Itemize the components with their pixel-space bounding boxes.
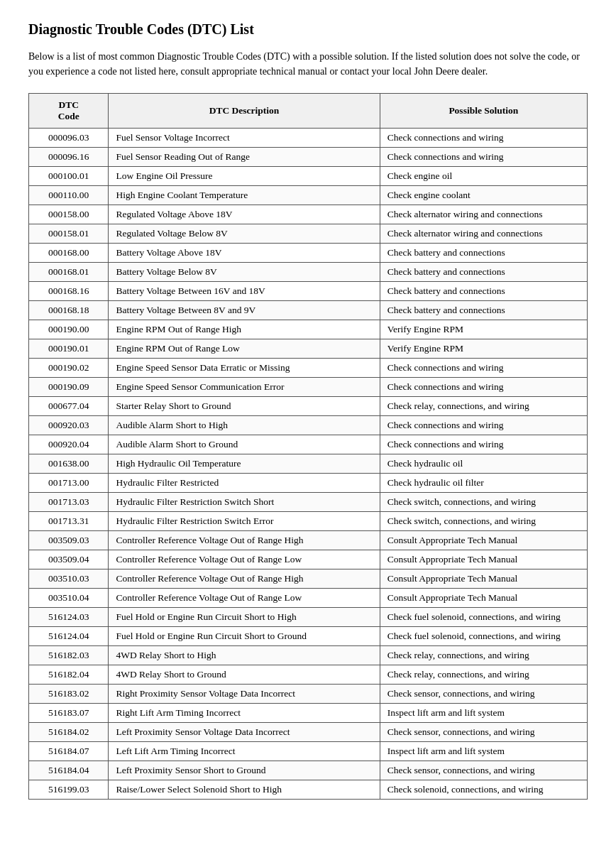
- cell-desc: Right Lift Arm Timing Incorrect: [109, 704, 380, 723]
- cell-code: 003510.03: [29, 569, 109, 589]
- cell-desc: Controller Reference Voltage Out of Rang…: [109, 569, 380, 589]
- cell-code: 000168.18: [29, 301, 109, 320]
- cell-sol: Check sensor, connections, and wiring: [380, 761, 587, 780]
- table-row: 003510.03Controller Reference Voltage Ou…: [29, 569, 588, 589]
- cell-code: 516184.02: [29, 723, 109, 742]
- cell-desc: Controller Reference Voltage Out of Rang…: [109, 589, 380, 608]
- cell-code: 516184.07: [29, 742, 109, 761]
- cell-sol: Check alternator wiring and connections: [380, 205, 587, 224]
- cell-sol: Inspect lift arm and lift system: [380, 704, 587, 723]
- cell-desc: Controller Reference Voltage Out of Rang…: [109, 531, 380, 550]
- table-row: 000096.03Fuel Sensor Voltage IncorrectCh…: [29, 129, 588, 148]
- header-code: DTCCode: [29, 94, 109, 129]
- cell-sol: Consult Appropriate Tech Manual: [380, 531, 587, 550]
- cell-code: 516182.03: [29, 646, 109, 665]
- cell-sol: Check battery and connections: [380, 263, 587, 282]
- table-row: 000110.00High Engine Coolant Temperature…: [29, 186, 588, 205]
- table-row: 003509.04Controller Reference Voltage Ou…: [29, 550, 588, 569]
- table-row: 003509.03Controller Reference Voltage Ou…: [29, 531, 588, 550]
- table-row: 516124.04Fuel Hold or Engine Run Circuit…: [29, 627, 588, 646]
- cell-desc: Engine Speed Sensor Data Erratic or Miss…: [109, 359, 380, 378]
- cell-code: 516183.07: [29, 704, 109, 723]
- cell-sol: Check sensor, connections, and wiring: [380, 685, 587, 704]
- table-row: 001713.31Hydraulic Filter Restriction Sw…: [29, 512, 588, 531]
- cell-code: 001638.00: [29, 454, 109, 474]
- cell-code: 000190.02: [29, 359, 109, 378]
- cell-sol: Verify Engine RPM: [380, 339, 587, 359]
- intro-text: Below is a list of most common Diagnosti…: [28, 49, 588, 79]
- cell-sol: Check fuel solenoid, connections, and wi…: [380, 608, 587, 627]
- table-row: 516182.034WD Relay Short to HighCheck re…: [29, 646, 588, 665]
- cell-code: 001713.31: [29, 512, 109, 531]
- cell-code: 000190.00: [29, 320, 109, 339]
- cell-desc: Battery Voltage Above 18V: [109, 244, 380, 263]
- cell-sol: Check engine oil: [380, 167, 587, 186]
- cell-desc: Left Lift Arm Timing Incorrect: [109, 742, 380, 761]
- cell-code: 000158.01: [29, 224, 109, 244]
- cell-code: 003509.03: [29, 531, 109, 550]
- cell-desc: Battery Voltage Below 8V: [109, 263, 380, 282]
- cell-desc: Fuel Sensor Reading Out of Range: [109, 148, 380, 167]
- cell-desc: Hydraulic Filter Restriction Switch Shor…: [109, 493, 380, 512]
- table-row: 000168.16Battery Voltage Between 16V and…: [29, 282, 588, 301]
- cell-sol: Check relay, connections, and wiring: [380, 397, 587, 416]
- cell-code: 516182.04: [29, 665, 109, 685]
- table-row: 000168.01Battery Voltage Below 8VCheck b…: [29, 263, 588, 282]
- table-row: 000096.16Fuel Sensor Reading Out of Rang…: [29, 148, 588, 167]
- cell-desc: Low Engine Oil Pressure: [109, 167, 380, 186]
- cell-code: 001713.00: [29, 474, 109, 493]
- cell-desc: Audible Alarm Short to High: [109, 416, 380, 435]
- cell-sol: Check sensor, connections, and wiring: [380, 723, 587, 742]
- cell-code: 000920.04: [29, 435, 109, 454]
- cell-sol: Check switch, connections, and wiring: [380, 512, 587, 531]
- cell-sol: Inspect lift arm and lift system: [380, 742, 587, 761]
- table-row: 516184.07Left Lift Arm Timing IncorrectI…: [29, 742, 588, 761]
- cell-desc: Hydraulic Filter Restricted: [109, 474, 380, 493]
- cell-desc: Fuel Hold or Engine Run Circuit Short to…: [109, 627, 380, 646]
- header-desc: DTC Description: [109, 94, 380, 129]
- cell-sol: Verify Engine RPM: [380, 320, 587, 339]
- cell-desc: Left Proximity Sensor Voltage Data Incor…: [109, 723, 380, 742]
- cell-sol: Check connections and wiring: [380, 416, 587, 435]
- cell-sol: Check switch, connections, and wiring: [380, 493, 587, 512]
- table-row: 001713.00Hydraulic Filter RestrictedChec…: [29, 474, 588, 493]
- cell-sol: Check solenoid, connections, and wiring: [380, 780, 587, 800]
- cell-sol: Check connections and wiring: [380, 359, 587, 378]
- cell-sol: Check connections and wiring: [380, 378, 587, 397]
- table-row: 516182.044WD Relay Short to GroundCheck …: [29, 665, 588, 685]
- cell-desc: High Hydraulic Oil Temperature: [109, 454, 380, 474]
- cell-code: 003510.04: [29, 589, 109, 608]
- table-row: 516184.04Left Proximity Sensor Short to …: [29, 761, 588, 780]
- cell-desc: Fuel Sensor Voltage Incorrect: [109, 129, 380, 148]
- cell-code: 000677.04: [29, 397, 109, 416]
- table-row: 516199.03Raise/Lower Select Solenoid Sho…: [29, 780, 588, 800]
- cell-desc: Engine Speed Sensor Communication Error: [109, 378, 380, 397]
- cell-code: 516183.02: [29, 685, 109, 704]
- cell-desc: Right Proximity Sensor Voltage Data Inco…: [109, 685, 380, 704]
- cell-desc: High Engine Coolant Temperature: [109, 186, 380, 205]
- table-row: 516184.02Left Proximity Sensor Voltage D…: [29, 723, 588, 742]
- cell-sol: Check battery and connections: [380, 301, 587, 320]
- table-row: 001638.00High Hydraulic Oil TemperatureC…: [29, 454, 588, 474]
- cell-desc: Hydraulic Filter Restriction Switch Erro…: [109, 512, 380, 531]
- cell-code: 003509.04: [29, 550, 109, 569]
- cell-code: 000190.01: [29, 339, 109, 359]
- cell-desc: Battery Voltage Between 16V and 18V: [109, 282, 380, 301]
- cell-sol: Check hydraulic oil: [380, 454, 587, 474]
- cell-desc: Regulated Voltage Above 18V: [109, 205, 380, 224]
- cell-sol: Check connections and wiring: [380, 129, 587, 148]
- table-row: 000100.01Low Engine Oil PressureCheck en…: [29, 167, 588, 186]
- cell-desc: Starter Relay Short to Ground: [109, 397, 380, 416]
- table-row: 000190.09Engine Speed Sensor Communicati…: [29, 378, 588, 397]
- cell-desc: 4WD Relay Short to Ground: [109, 665, 380, 685]
- cell-desc: 4WD Relay Short to High: [109, 646, 380, 665]
- cell-code: 000168.00: [29, 244, 109, 263]
- table-row: 000920.04Audible Alarm Short to GroundCh…: [29, 435, 588, 454]
- table-row: 516183.07Right Lift Arm Timing Incorrect…: [29, 704, 588, 723]
- cell-sol: Check engine coolant: [380, 186, 587, 205]
- table-row: 000920.03Audible Alarm Short to HighChec…: [29, 416, 588, 435]
- cell-sol: Check relay, connections, and wiring: [380, 646, 587, 665]
- cell-code: 000920.03: [29, 416, 109, 435]
- table-row: 516183.02Right Proximity Sensor Voltage …: [29, 685, 588, 704]
- table-row: 003510.04Controller Reference Voltage Ou…: [29, 589, 588, 608]
